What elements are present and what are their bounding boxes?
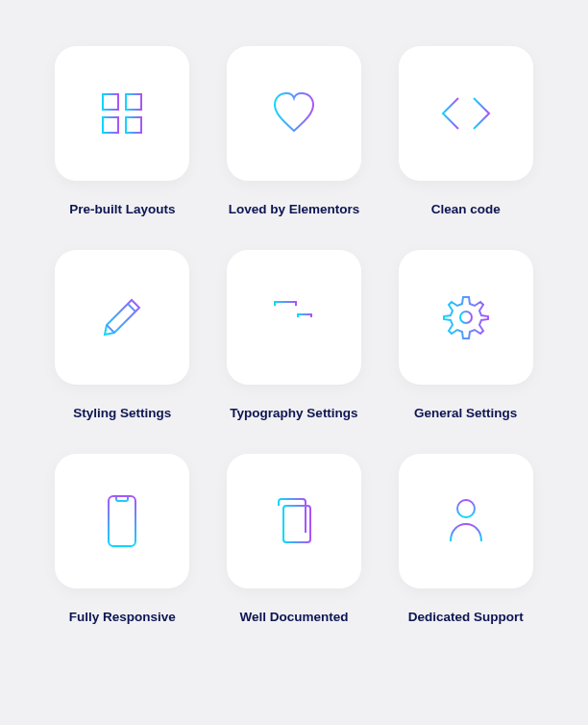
feature-styling-settings: Styling Settings — [50, 250, 195, 420]
feature-card — [399, 250, 533, 385]
code-icon — [437, 85, 495, 142]
feature-label: Loved by Elementors — [229, 202, 360, 216]
feature-label: Styling Settings — [73, 406, 171, 420]
svg-rect-2 — [103, 117, 118, 133]
feature-card — [399, 454, 533, 588]
feature-label: Dedicated Support — [408, 610, 524, 624]
feature-label: Well Documented — [239, 610, 348, 624]
feature-label: Clean code — [431, 202, 501, 216]
svg-line-4 — [128, 304, 135, 312]
feature-label: Pre-built Layouts — [69, 202, 175, 216]
feature-typography-settings: Typography Settings — [222, 250, 367, 420]
feature-well-documented: Well Documented — [222, 454, 367, 624]
grid-icon — [97, 88, 147, 138]
feature-label: General Settings — [414, 406, 517, 420]
svg-point-17 — [457, 500, 475, 517]
phone-icon — [103, 492, 141, 550]
features-grid: Pre-built Layouts Loved by Elementors Cl… — [50, 46, 538, 624]
feature-card — [55, 250, 189, 385]
svg-line-5 — [107, 325, 114, 333]
feature-label: Fully Responsive — [69, 610, 176, 624]
svg-rect-3 — [126, 117, 141, 133]
feature-card — [227, 454, 361, 588]
svg-rect-11 — [109, 496, 135, 546]
feature-loved-by-elementors: Loved by Elementors — [222, 46, 367, 216]
typography-icon — [267, 290, 321, 344]
feature-label: Typography Settings — [230, 406, 357, 420]
user-icon — [445, 495, 487, 547]
feature-card — [55, 454, 189, 588]
feature-card — [227, 46, 361, 181]
feature-card — [399, 46, 533, 181]
feature-clean-code: Clean code — [393, 46, 538, 216]
feature-card — [55, 46, 189, 181]
heart-icon — [267, 87, 321, 140]
pencil-icon — [95, 290, 149, 344]
feature-general-settings: General Settings — [393, 250, 538, 420]
feature-dedicated-support: Dedicated Support — [393, 454, 538, 624]
svg-rect-0 — [103, 94, 118, 110]
svg-rect-1 — [126, 94, 141, 110]
feature-prebuilt-layouts: Pre-built Layouts — [50, 46, 195, 216]
feature-card — [227, 250, 361, 385]
feature-fully-responsive: Fully Responsive — [50, 454, 195, 624]
svg-point-10 — [460, 312, 472, 323]
gear-icon — [440, 291, 492, 343]
document-icon — [269, 494, 319, 548]
